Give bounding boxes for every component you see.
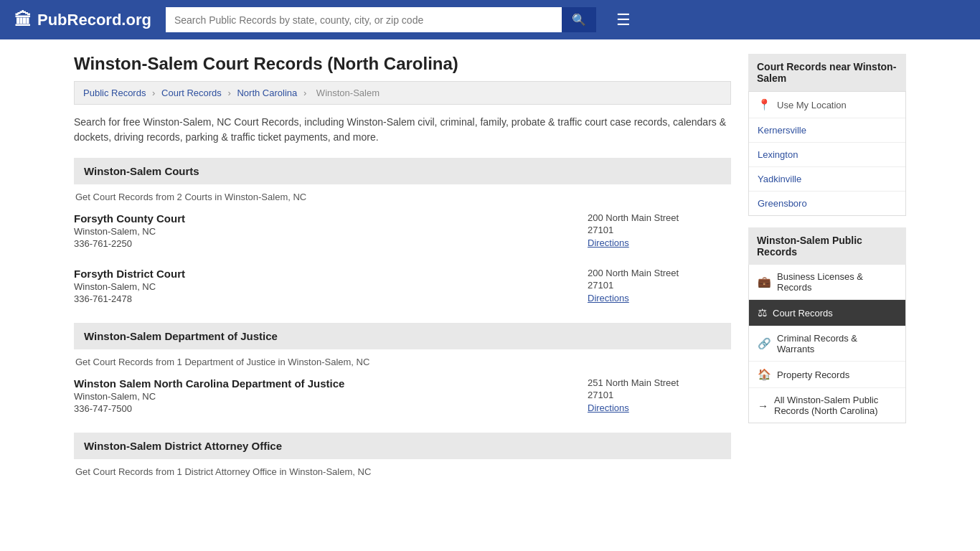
- court-zip: 27101: [588, 390, 731, 400]
- court-phone: 336-761-2250: [74, 238, 185, 249]
- court-city: Winston-Salem, NC: [74, 281, 185, 292]
- logo-icon: 🏛: [14, 10, 32, 30]
- doj-subtext: Get Court Records from 1 Department of J…: [74, 357, 731, 367]
- court-zip: 27101: [588, 225, 731, 235]
- sidebar-label-court: Court Records: [773, 308, 833, 319]
- directions-link[interactable]: Directions: [588, 293, 629, 303]
- court-city: Winston-Salem, NC: [74, 391, 344, 402]
- business-icon: 💼: [758, 276, 771, 288]
- court-phone: 336-747-7500: [74, 403, 344, 414]
- search-bar: 🔍: [166, 7, 596, 32]
- arrow-icon: →: [758, 400, 768, 412]
- sidebar-label-criminal: Criminal Records & Warrants: [777, 333, 897, 354]
- court-address: 200 North Main Street: [588, 212, 731, 223]
- breadcrumb-court-records[interactable]: Court Records: [161, 88, 222, 98]
- court-icon: ⚖: [758, 306, 767, 319]
- logo-text: PubRecord.org: [37, 11, 151, 29]
- sidebar-item-property-records[interactable]: 🏠 Property Records: [749, 362, 905, 388]
- court-name: Winston Salem North Carolina Department …: [74, 377, 344, 390]
- sidebar-public-records-title: Winston-Salem Public Records: [748, 227, 906, 265]
- sidebar-nearby-links: 📍 Use My Location Kernersville Lexington…: [748, 91, 906, 216]
- content: Winston-Salem Court Records (North Carol…: [74, 54, 731, 487]
- search-input[interactable]: [166, 7, 562, 32]
- sidebar-label-business: Business Licenses & Records: [777, 271, 897, 293]
- menu-icon: ☰: [616, 11, 631, 29]
- property-icon: 🏠: [758, 368, 771, 381]
- use-location-label: Use My Location: [777, 100, 847, 110]
- logo[interactable]: 🏛 PubRecord.org: [14, 10, 151, 30]
- sidebar-nearby-title: Court Records near Winston-Salem: [748, 54, 906, 91]
- breadcrumb: Public Records › Court Records › North C…: [74, 81, 731, 105]
- page-description: Search for free Winston-Salem, NC Court …: [74, 115, 731, 145]
- sidebar-public-records-links: 💼 Business Licenses & Records ⚖ Court Re…: [748, 265, 906, 423]
- doj-section-header: Winston-Salem Department of Justice: [74, 323, 731, 349]
- sidebar-use-location[interactable]: 📍 Use My Location: [749, 92, 905, 118]
- courts-subtext: Get Court Records from 2 Courts in Winst…: [74, 192, 731, 202]
- court-city: Winston-Salem, NC: [74, 226, 185, 237]
- courts-section-header: Winston-Salem Courts: [74, 158, 731, 184]
- main-container: Winston-Salem Court Records (North Carol…: [60, 39, 920, 501]
- court-entry-forsyth-district: Forsyth District Court Winston-Salem, NC…: [74, 268, 731, 309]
- search-button[interactable]: 🔍: [562, 7, 596, 32]
- sidebar-item-business-licenses[interactable]: 💼 Business Licenses & Records: [749, 265, 905, 300]
- court-address: 200 North Main Street: [588, 268, 731, 278]
- sidebar-item-greensboro[interactable]: Greensboro: [749, 192, 905, 215]
- sidebar-label-property: Property Records: [777, 369, 849, 380]
- sidebar-item-court-records[interactable]: ⚖ Court Records: [749, 300, 905, 326]
- menu-button[interactable]: ☰: [616, 11, 631, 29]
- court-name: Forsyth District Court: [74, 268, 185, 280]
- breadcrumb-current: Winston-Salem: [316, 88, 380, 98]
- sidebar: Court Records near Winston-Salem 📍 Use M…: [748, 54, 906, 487]
- search-icon: 🔍: [572, 14, 586, 26]
- criminal-icon: 🔗: [758, 337, 771, 350]
- sidebar-item-all-public-records[interactable]: → All Winston-Salem Public Records (Nort…: [749, 388, 905, 423]
- sidebar-item-lexington[interactable]: Lexington: [749, 143, 905, 167]
- court-phone: 336-761-2478: [74, 293, 185, 304]
- da-subtext: Get Court Records from 1 District Attorn…: [74, 466, 731, 477]
- location-icon: 📍: [758, 98, 771, 111]
- court-address: 251 North Main Street: [588, 377, 731, 388]
- sidebar-item-criminal-records[interactable]: 🔗 Criminal Records & Warrants: [749, 326, 905, 362]
- breadcrumb-north-carolina[interactable]: North Carolina: [237, 88, 297, 98]
- header: 🏛 PubRecord.org 🔍 ☰: [0, 0, 980, 39]
- page-title: Winston-Salem Court Records (North Carol…: [74, 54, 731, 74]
- court-entry-doj: Winston Salem North Carolina Department …: [74, 377, 731, 418]
- court-zip: 27101: [588, 280, 731, 291]
- sidebar-label-all: All Winston-Salem Public Records (North …: [774, 395, 897, 416]
- sidebar-item-kernersville[interactable]: Kernersville: [749, 118, 905, 143]
- sidebar-item-yadkinville[interactable]: Yadkinville: [749, 167, 905, 192]
- court-name: Forsyth County Court: [74, 212, 185, 225]
- directions-link[interactable]: Directions: [588, 402, 629, 413]
- directions-link[interactable]: Directions: [588, 237, 629, 248]
- da-section-header: Winston-Salem District Attorney Office: [74, 433, 731, 459]
- breadcrumb-public-records[interactable]: Public Records: [83, 88, 146, 98]
- court-entry-forsyth-county: Forsyth County Court Winston-Salem, NC 3…: [74, 212, 731, 253]
